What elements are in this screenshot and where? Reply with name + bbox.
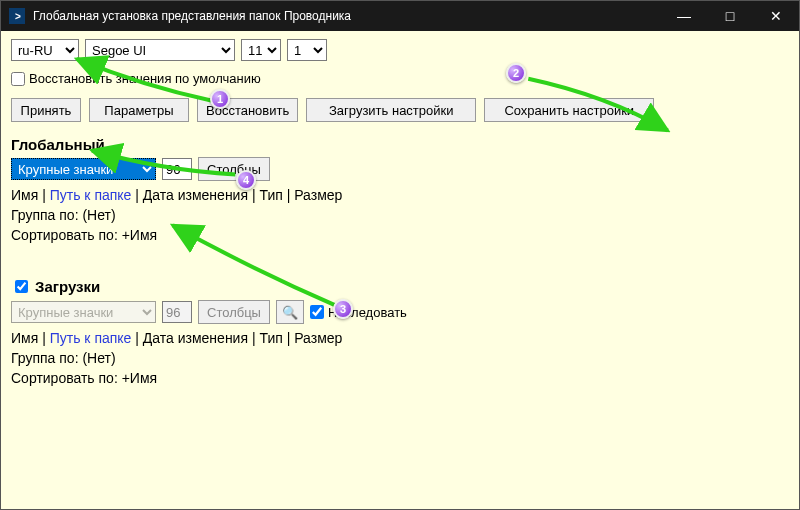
- downloads-section-title: Загрузки: [11, 277, 789, 296]
- minimize-button[interactable]: ―: [661, 1, 707, 31]
- inherit-input[interactable]: [310, 305, 324, 319]
- close-button[interactable]: ✕: [753, 1, 799, 31]
- downloads-view-select[interactable]: Крупные значки: [11, 301, 156, 323]
- save-settings-button[interactable]: Сохранить настройки: [484, 98, 654, 122]
- client-area: ru-RU Segoe UI 11 1 Восстановить значени…: [1, 31, 799, 509]
- window-controls: ― □ ✕: [661, 1, 799, 31]
- col-name: Имя: [11, 187, 38, 203]
- downloads-group-by: Группа по: (Нет): [11, 350, 789, 366]
- col-path[interactable]: Путь к папке: [50, 187, 132, 203]
- col-modified: Дата изменения: [143, 187, 248, 203]
- global-view-row: Крупные значки Столбцы: [11, 157, 789, 181]
- global-columns-line: Имя | Путь к папке | Дата изменения | Ти…: [11, 187, 789, 203]
- global-icon-size-input[interactable]: [162, 158, 192, 180]
- annotation-badge-4: 4: [236, 170, 256, 190]
- restore-defaults-label: Восстановить значения по умолчанию: [29, 71, 261, 86]
- restore-defaults-checkbox[interactable]: Восстановить значения по умолчанию: [11, 71, 261, 86]
- scale-select[interactable]: 1: [287, 39, 327, 61]
- downloads-columns-button: Столбцы: [198, 300, 270, 324]
- restore-defaults-input[interactable]: [11, 72, 25, 86]
- downloads-icon-size-input: [162, 301, 192, 323]
- app-window: Глобальная установка представления папок…: [0, 0, 800, 510]
- global-columns-button[interactable]: Столбцы: [198, 157, 270, 181]
- global-view-select[interactable]: Крупные значки: [11, 158, 156, 180]
- search-icon: 🔍: [282, 305, 298, 320]
- language-select[interactable]: ru-RU: [11, 39, 79, 61]
- downloads-search-button[interactable]: 🔍: [276, 300, 304, 324]
- col-path[interactable]: Путь к папке: [50, 330, 132, 346]
- downloads-enable-checkbox[interactable]: [15, 280, 28, 293]
- global-group-by: Группа по: (Нет): [11, 207, 789, 223]
- font-size-select[interactable]: 11: [241, 39, 281, 61]
- col-size: Размер: [294, 330, 342, 346]
- downloads-columns-line: Имя | Путь к папке | Дата изменения | Ти…: [11, 330, 789, 346]
- font-select[interactable]: Segoe UI: [85, 39, 235, 61]
- main-toolbar: Принять Параметры Восстановить Загрузить…: [11, 98, 789, 122]
- col-type: Тип: [259, 330, 282, 346]
- col-name: Имя: [11, 330, 38, 346]
- col-type: Тип: [259, 187, 282, 203]
- window-title: Глобальная установка представления папок…: [33, 9, 661, 23]
- options-button[interactable]: Параметры: [89, 98, 189, 122]
- col-size: Размер: [294, 187, 342, 203]
- downloads-title-label: Загрузки: [35, 278, 100, 295]
- titlebar: Глобальная установка представления папок…: [1, 1, 799, 31]
- annotation-badge-2: 2: [506, 63, 526, 83]
- restore-defaults-row: Восстановить значения по умолчанию: [11, 71, 789, 86]
- global-sort-by: Сортировать по: +Имя: [11, 227, 789, 243]
- maximize-button[interactable]: □: [707, 1, 753, 31]
- global-section-title: Глобальный: [11, 136, 789, 153]
- downloads-sort-by: Сортировать по: +Имя: [11, 370, 789, 386]
- locale-font-row: ru-RU Segoe UI 11 1: [11, 39, 789, 61]
- load-settings-button[interactable]: Загрузить настройки: [306, 98, 476, 122]
- downloads-view-row: Крупные значки Столбцы 🔍 Наследовать: [11, 300, 789, 324]
- powershell-icon: [9, 8, 25, 24]
- annotation-badge-3: 3: [333, 299, 353, 319]
- col-modified: Дата изменения: [143, 330, 248, 346]
- accept-button[interactable]: Принять: [11, 98, 81, 122]
- inherit-checkbox[interactable]: Наследовать: [310, 305, 407, 320]
- annotation-badge-1: 1: [210, 89, 230, 109]
